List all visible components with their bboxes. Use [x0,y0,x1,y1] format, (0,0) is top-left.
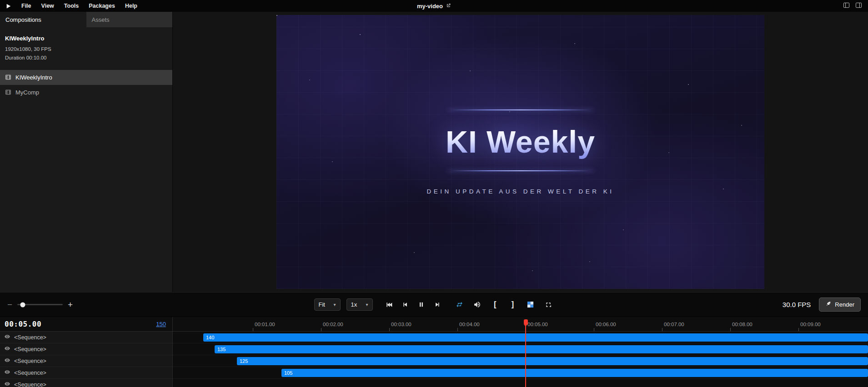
sidebar: CompositionsAssets KIWeeklyIntro 1920x10… [0,12,173,292]
timeline-header-left: 00:05.00 150 [0,317,173,331]
tick-mark [253,328,253,331]
transparency-button[interactable] [525,299,537,311]
timeline-lanes: 140135125105 [173,332,868,387]
tick-label: 00:08.00 [732,322,753,327]
timeline-lane: 140 [173,332,868,343]
panel-left-icon [843,2,850,10]
transport-group [383,299,444,311]
track-header-row: <Sequence> [0,367,172,379]
title-bottom-line [447,170,594,171]
video-preview-canvas: KI Weekly DEIN UPDATE AUS DER WELT DER K… [276,15,764,289]
composition-info-name: KIWeeklyIntro [5,35,167,42]
eye-icon [4,369,10,377]
toggle-left-panel-button[interactable] [842,2,850,10]
main-region: CompositionsAssets KIWeeklyIntro 1920x10… [0,12,868,292]
playhead-line[interactable] [525,332,526,387]
playback-speed-value: 1x [351,301,357,308]
project-title[interactable]: my-video [417,0,451,12]
loop-button[interactable] [454,299,466,311]
timeline-ruler[interactable]: 00:01.0000:02.0000:03.0000:04.0000:05.00… [173,317,868,331]
composition-info-duration: Duration 00:10.00 [5,54,167,62]
menu-file[interactable]: File [16,0,36,12]
sequence-bar[interactable]: 140 [203,333,868,342]
tab-compositions[interactable]: Compositions [0,12,86,27]
video-title: KI Weekly [446,124,595,159]
playhead-marker[interactable] [524,319,528,325]
eye-icon [4,333,10,341]
timeline-header: 00:05.00 150 00:01.0000:02.0000:03.0000:… [0,317,868,332]
select-group: Fit ▾ 1x ▾ [314,298,373,311]
sequence-bar[interactable]: 125 [237,357,868,365]
sequence-bar[interactable]: 105 [281,369,868,377]
track-name: <Sequence> [14,358,46,364]
fullscreen-button[interactable] [542,299,554,311]
visibility-toggle[interactable] [4,381,10,387]
timeline-lane: 125 [173,355,868,367]
fps-indicator: 30.0 FPS [783,301,811,308]
track-header-row: <Sequence> [0,355,172,367]
render-button[interactable]: Render [819,298,861,312]
timeline-zoom-control: − + [7,300,73,309]
pause-button[interactable] [416,299,427,311]
zoom-slider[interactable] [17,304,63,305]
preview-size-select[interactable]: Fit ▾ [314,298,341,311]
canvas-content: KI Weekly DEIN UPDATE AUS DER WELT DER K… [276,15,764,289]
tick-label: 00:02.00 [323,322,343,327]
tick-mark [594,328,594,331]
menubar-nav: FileViewToolsPackagesHelp [16,0,142,12]
jump-to-start-button[interactable] [383,299,395,311]
timeline-lane: 105 [173,367,868,379]
sequence-duration-label: 135 [217,347,226,352]
title-top-line [447,109,594,110]
tick-label: 00:04.00 [459,322,480,327]
menu-packages[interactable]: Packages [84,0,120,12]
tab-assets[interactable]: Assets [86,12,173,27]
toggle-group: [] [454,299,554,311]
tick-label: 00:09.00 [800,322,821,327]
playback-speed-select[interactable]: 1x ▾ [346,298,373,311]
visibility-toggle[interactable] [4,357,10,365]
chevron-down-icon: ▾ [366,302,368,307]
chevron-down-icon: ▾ [333,302,336,307]
volume-button[interactable] [472,299,483,311]
right-controls: 30.0 FPS Render [783,298,861,312]
sequence-duration-label: 140 [206,335,214,340]
composition-info-resolution: 1920x1080, 30 FPS [5,45,167,54]
sequence-bar[interactable]: 135 [215,345,868,353]
composition-list: KIWeeklyIntroMyComp [0,70,172,100]
visibility-toggle[interactable] [4,345,10,353]
current-frame-link[interactable]: 150 [156,321,166,327]
track-header-column: <Sequence><Sequence><Sequence><Sequence>… [0,332,173,387]
composition-item-mycomp[interactable]: MyComp [0,85,172,100]
composition-item-kiweeklyintro[interactable]: KIWeeklyIntro [0,70,172,85]
tick-mark [321,328,321,331]
tick-label: 00:07.00 [664,322,684,327]
visibility-toggle[interactable] [4,369,10,377]
zoom-slider-knob[interactable] [20,302,25,307]
zoom-out-button[interactable]: − [7,300,12,309]
tick-mark [662,328,662,331]
mark-out-button[interactable]: ] [507,299,519,311]
project-title-label: my-video [417,3,443,10]
previous-frame-button[interactable] [399,299,411,311]
playback-controls-bar: − + Fit ▾ 1x ▾ [] 30.0 FPS [0,292,868,317]
visibility-toggle[interactable] [4,333,10,341]
menu-tools[interactable]: Tools [59,0,84,12]
tick-mark [730,328,731,331]
tick-label: 00:03.00 [391,322,411,327]
menu-bar: FileViewToolsPackagesHelp my-video [0,0,868,12]
app-logo-icon [5,0,16,12]
composition-name: MyComp [15,89,39,96]
tick-label: 00:01.00 [255,322,275,327]
tick-mark [798,328,799,331]
sidebar-tabs: CompositionsAssets [0,12,172,27]
next-frame-button[interactable] [432,299,444,311]
sequence-duration-label: 125 [240,358,248,364]
menu-help[interactable]: Help [120,0,142,12]
zoom-in-button[interactable]: + [68,300,73,309]
mark-in-button[interactable]: [ [489,299,501,311]
eye-icon [4,345,10,353]
toggle-right-panel-button[interactable] [854,2,863,10]
menu-view[interactable]: View [36,0,59,12]
tick-label: 00:05.00 [527,322,548,327]
